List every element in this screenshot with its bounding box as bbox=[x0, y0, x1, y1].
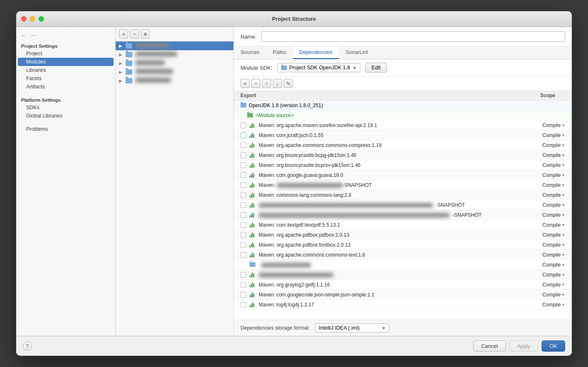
sidebar-item-artifacts[interactable]: Artifacts bbox=[16, 83, 115, 91]
dep-checkbox-8[interactable] bbox=[241, 192, 246, 198]
module-item-2[interactable]: ▶ bbox=[116, 50, 233, 59]
dep-checkbox-7[interactable] bbox=[241, 182, 246, 188]
edit-dep-button[interactable]: ✎ bbox=[284, 79, 293, 88]
sidebar-item-modules[interactable]: Modules bbox=[18, 58, 114, 66]
tab-dependencies[interactable]: Dependencies bbox=[293, 46, 339, 59]
help-button[interactable]: ? bbox=[23, 342, 32, 351]
deps-table-header: Export Scope bbox=[234, 91, 572, 100]
dep-scope-14[interactable]: Compile▼ bbox=[524, 252, 565, 258]
dep-checkbox-6[interactable] bbox=[241, 172, 246, 178]
sidebar-item-problems[interactable]: Problems bbox=[16, 125, 115, 133]
copy-module-button[interactable]: ⊕ bbox=[141, 29, 150, 39]
dep-scope-7[interactable]: Compile▼ bbox=[524, 182, 565, 188]
add-module-button[interactable]: + bbox=[119, 29, 128, 39]
dep-row-18[interactable]: Maven: com.googlecode.json-simple:json-s… bbox=[234, 290, 572, 300]
name-input[interactable] bbox=[261, 31, 565, 42]
dep-scope-13[interactable]: Compile▼ bbox=[524, 242, 565, 248]
nav-back[interactable]: ← bbox=[21, 32, 27, 39]
chevron-icon: ▶ bbox=[119, 70, 124, 74]
move-dep-up-button[interactable]: ↑ bbox=[262, 79, 271, 88]
cancel-button[interactable]: Cancel bbox=[473, 340, 505, 352]
dep-scope-11[interactable]: Compile▼ bbox=[524, 222, 565, 228]
apply-button[interactable]: Apply bbox=[509, 340, 539, 352]
dep-row-4[interactable]: Maven: org.bouncycastle:bcpg-jdk15on:1.4… bbox=[234, 150, 572, 160]
module-item-5[interactable]: ▶ bbox=[116, 76, 233, 85]
dep-checkbox-16[interactable] bbox=[241, 272, 246, 278]
dep-checkbox-12[interactable] bbox=[241, 232, 246, 238]
dep-checkbox-5[interactable] bbox=[241, 162, 246, 168]
dep-scope-6[interactable]: Compile▼ bbox=[524, 172, 565, 178]
dep-scope-16[interactable]: Compile▼ bbox=[524, 272, 565, 278]
nav-forward[interactable]: → bbox=[30, 32, 36, 39]
tab-sources[interactable]: Sources bbox=[234, 46, 266, 59]
dep-name-3: Maven: org.apache.commons:commons-compre… bbox=[259, 142, 524, 148]
dep-row-19[interactable]: Maven: log4j:log4j:1.2.17 Compile▼ bbox=[234, 300, 572, 310]
dep-row-12[interactable]: Maven: org.apache.pdfbox:pdfbox:2.0.13 C… bbox=[234, 230, 572, 240]
dep-row-15[interactable]: Compile▼ bbox=[234, 260, 572, 270]
sidebar-item-facets[interactable]: Facets bbox=[16, 74, 115, 83]
dep-scope-1[interactable]: Compile▼ bbox=[524, 122, 565, 128]
edit-sdk-button[interactable]: Edit bbox=[365, 63, 387, 73]
add-dep-button[interactable]: + bbox=[241, 79, 250, 88]
dep-scope-9[interactable]: Compile▼ bbox=[524, 202, 565, 208]
sidebar-item-sdks[interactable]: SDKs bbox=[16, 103, 115, 112]
dep-scope-18[interactable]: Compile▼ bbox=[524, 292, 565, 298]
dep-row-3[interactable]: Maven: org.apache.commons:commons-compre… bbox=[234, 140, 572, 150]
dep-row-13[interactable]: Maven: org.apache.pdfbox:fontbox:2.0.13 … bbox=[234, 240, 572, 250]
sidebar-item-libraries[interactable]: Libraries bbox=[16, 66, 115, 74]
dep-scope-3[interactable]: Compile▼ bbox=[524, 142, 565, 148]
dep-row-8[interactable]: Maven: commons-lang:commons-lang:2.6 Com… bbox=[234, 190, 572, 200]
dep-row-9[interactable]: -SNAPSHOT Compile▼ bbox=[234, 200, 572, 210]
dep-row-17[interactable]: Maven: org.graylog2:gelfj:1.1.16 Compile… bbox=[234, 280, 572, 290]
dep-checkbox-17[interactable] bbox=[241, 282, 246, 288]
sidebar-item-global-libraries[interactable]: Global Libraries bbox=[16, 112, 115, 120]
dep-row-16[interactable]: Compile▼ bbox=[234, 270, 572, 280]
dep-row-5[interactable]: Maven: org.bouncycastle:bcprov-jdk15on:1… bbox=[234, 160, 572, 170]
dep-row-7[interactable]: Maven: -SNAPSHOT Compile▼ bbox=[234, 180, 572, 190]
maximize-button[interactable] bbox=[39, 16, 44, 22]
sidebar-item-project[interactable]: Project bbox=[16, 49, 115, 58]
dep-checkbox-1[interactable] bbox=[241, 122, 246, 128]
dep-name-17: Maven: org.graylog2:gelfj:1.1.16 bbox=[259, 282, 524, 288]
dep-row-module-source[interactable]: <Module source> bbox=[234, 110, 572, 120]
dep-row-2[interactable]: Maven: com.jcraft:jsch:0.1.55 Compile▼ bbox=[234, 130, 572, 140]
ok-button[interactable]: OK bbox=[542, 340, 565, 352]
dep-scope-2[interactable]: Compile▼ bbox=[524, 132, 565, 138]
dep-checkbox-19[interactable] bbox=[241, 302, 246, 308]
dep-checkbox-2[interactable] bbox=[241, 132, 246, 138]
dep-row-6[interactable]: Maven: com.google.guava:guava:18.0 Compi… bbox=[234, 170, 572, 180]
remove-module-button[interactable]: − bbox=[130, 29, 139, 39]
remove-dep-button[interactable]: − bbox=[251, 79, 260, 88]
dep-scope-15[interactable]: Compile▼ bbox=[524, 262, 565, 268]
dep-row-sdk[interactable]: OpenJDK 1.8 (version 1.8.0_251) bbox=[234, 100, 572, 110]
dep-scope-17[interactable]: Compile▼ bbox=[524, 282, 565, 288]
dep-checkbox-3[interactable] bbox=[241, 142, 246, 148]
tab-paths[interactable]: Paths bbox=[266, 46, 293, 59]
minimize-button[interactable] bbox=[30, 16, 35, 22]
module-item-1[interactable]: ▶ bbox=[116, 42, 233, 50]
dep-checkbox-14[interactable] bbox=[241, 252, 246, 258]
dep-scope-8[interactable]: Compile▼ bbox=[524, 192, 565, 198]
tab-sonarlint[interactable]: SonarLint bbox=[339, 46, 375, 59]
dep-scope-4[interactable]: Compile▼ bbox=[524, 152, 565, 158]
dep-checkbox-18[interactable] bbox=[241, 292, 246, 298]
dep-scope-10[interactable]: Compile▼ bbox=[524, 212, 565, 218]
module-item-3[interactable]: ▶ bbox=[116, 59, 233, 68]
dep-scope-12[interactable]: Compile▼ bbox=[524, 232, 565, 238]
move-dep-down-button[interactable]: ↓ bbox=[273, 79, 282, 88]
dep-checkbox-4[interactable] bbox=[241, 152, 246, 158]
dep-row-10[interactable]: -SNAPSHOT Compile▼ bbox=[234, 210, 572, 220]
dep-scope-19[interactable]: Compile▼ bbox=[524, 302, 565, 308]
dep-scope-5[interactable]: Compile▼ bbox=[524, 162, 565, 168]
dep-checkbox-13[interactable] bbox=[241, 242, 246, 248]
module-item-4[interactable]: ▶ bbox=[116, 68, 233, 76]
dep-checkbox-10[interactable] bbox=[241, 212, 246, 218]
sdk-select[interactable]: Project SDK OpenJDK 1.8 ▼ bbox=[277, 63, 361, 72]
dep-row-14[interactable]: Maven: org.apache.commons:commons-text:1… bbox=[234, 250, 572, 260]
dep-checkbox-11[interactable] bbox=[241, 222, 246, 228]
dep-row-11[interactable]: Maven: com.itextpdf:itextpdf:5.5.13.1 Co… bbox=[234, 220, 572, 230]
storage-format-select[interactable]: IntelliJ IDEA (.iml) ▼ bbox=[315, 323, 389, 333]
dep-checkbox-9[interactable] bbox=[241, 202, 246, 208]
dep-row-1[interactable]: Maven: org.apache.maven.surefire:surefir… bbox=[234, 120, 572, 130]
close-button[interactable] bbox=[21, 16, 27, 22]
